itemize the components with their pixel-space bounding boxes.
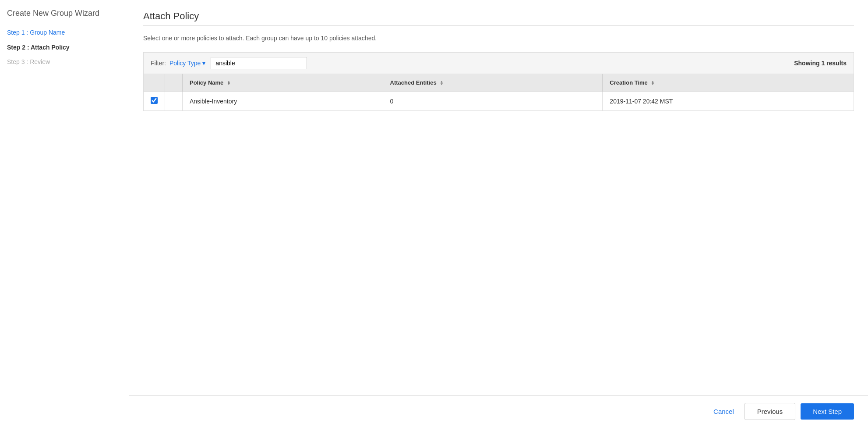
filter-bar: Filter: Policy Type ▾ Showing 1 results [143, 52, 854, 74]
policy-table: Policy Name ⇕ Attached Entities ⇕ Creati… [143, 74, 854, 111]
th-policy-name[interactable]: Policy Name ⇕ [183, 74, 383, 92]
th-checkbox [144, 74, 165, 92]
cancel-button[interactable]: Cancel [708, 404, 739, 419]
row-attached-entities: 0 [383, 92, 603, 111]
row-checkbox-cell[interactable] [144, 92, 165, 111]
filter-input[interactable] [211, 57, 307, 69]
th-creation-time[interactable]: Creation Time ⇕ [603, 74, 854, 92]
previous-button[interactable]: Previous [745, 403, 795, 420]
next-step-button[interactable]: Next Step [801, 403, 854, 420]
step3-label: Step 3 : Review [7, 58, 50, 65]
row-checkbox[interactable] [151, 97, 158, 104]
filter-label: Filter: [151, 60, 166, 67]
content-area: Attach Policy Select one or more policie… [129, 0, 868, 395]
th-attached-entities[interactable]: Attached Entities ⇕ [383, 74, 603, 92]
title-divider [143, 25, 854, 26]
step2-name: Attach Policy [31, 44, 70, 51]
row-icon-cell [165, 92, 183, 111]
policy-type-dropdown[interactable]: Policy Type ▾ [169, 60, 205, 67]
main-content: Attach Policy Select one or more policie… [129, 0, 868, 427]
table-row: Ansible-Inventory 0 2019-11-07 20:42 MST [144, 92, 854, 111]
sidebar-item-step2: Step 2 : Attach Policy [7, 43, 122, 52]
sort-attached-entities-icon: ⇕ [440, 81, 443, 85]
page-title: Attach Policy [143, 11, 854, 22]
step1-link[interactable]: Step 1 : Group Name [7, 29, 65, 36]
dropdown-label: Policy Type [169, 60, 201, 67]
sidebar-item-step1[interactable]: Step 1 : Group Name [7, 28, 122, 37]
wizard-title: Create New Group Wizard [7, 9, 122, 18]
sidebar-item-step3: Step 3 : Review [7, 58, 122, 67]
row-policy-name: Ansible-Inventory [183, 92, 383, 111]
page-description: Select one or more policies to attach. E… [143, 35, 854, 42]
chevron-down-icon: ▾ [202, 60, 205, 67]
sort-creation-time-icon: ⇕ [651, 81, 654, 85]
sidebar: Create New Group Wizard Step 1 : Group N… [0, 0, 129, 427]
table-header-row: Policy Name ⇕ Attached Entities ⇕ Creati… [144, 74, 854, 92]
step2-label: Step 2 : [7, 44, 31, 51]
row-creation-time: 2019-11-07 20:42 MST [603, 92, 854, 111]
sort-policy-name-icon: ⇕ [227, 81, 230, 85]
th-icon [165, 74, 183, 92]
results-count: Showing 1 results [794, 60, 847, 67]
footer: Cancel Previous Next Step [129, 395, 868, 427]
